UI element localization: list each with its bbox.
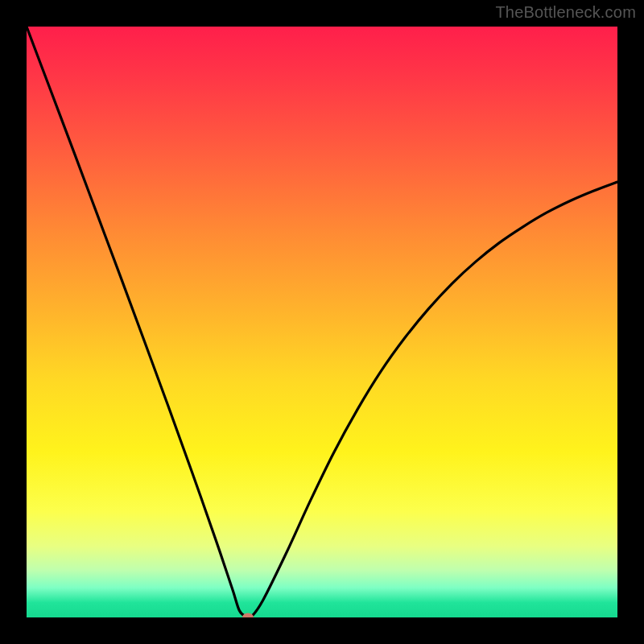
curve-path <box>27 27 617 617</box>
watermark-text: TheBottleneck.com <box>495 3 636 22</box>
minimum-point-marker <box>242 613 254 618</box>
plot-area <box>27 27 617 617</box>
bottleneck-curve <box>27 27 617 617</box>
chart-container: TheBottleneck.com <box>0 0 644 644</box>
